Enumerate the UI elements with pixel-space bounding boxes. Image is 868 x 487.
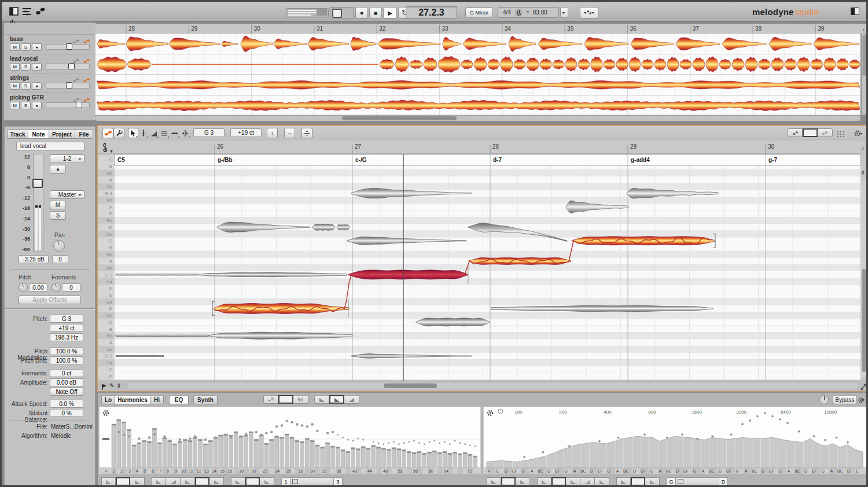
main-tool-button[interactable]	[102, 128, 113, 138]
harmonic-dot[interactable]	[189, 437, 191, 440]
editor-cents-field[interactable]: +19 ct	[230, 128, 262, 137]
harmonic-dot[interactable]	[449, 444, 451, 445]
slope-low-option[interactable]	[314, 395, 329, 404]
tab-lo[interactable]: Lo	[101, 395, 115, 404]
editor-options-gear-icon[interactable]	[854, 129, 865, 138]
playback-flag-icon[interactable]	[101, 382, 107, 393]
tab-project[interactable]: Project	[49, 130, 75, 139]
mini-level-widget[interactable]	[286, 8, 329, 17]
note-blob[interactable]	[116, 356, 164, 357]
harmonic-dot[interactable]	[311, 423, 314, 426]
sound-editor-gear-icon[interactable]	[858, 396, 867, 404]
harmonic-bar[interactable]	[183, 440, 187, 468]
tempo-value[interactable]: 83.00	[533, 9, 547, 16]
harmonics-range-low[interactable]: 1	[281, 477, 290, 486]
note-off-button[interactable]: Note Off	[50, 388, 83, 396]
track-hscroll[interactable]	[95, 116, 860, 121]
slope-mid-option[interactable]	[329, 395, 344, 404]
harmonic-dot[interactable]	[316, 430, 318, 432]
editor-ruler[interactable]	[98, 141, 867, 154]
harmonic-dot[interactable]	[214, 436, 216, 438]
harmonic-bar[interactable]	[346, 452, 350, 468]
track-mute-button[interactable]: M	[10, 102, 20, 109]
eq-dot[interactable]	[643, 433, 646, 436]
harmonics-link-segment-option[interactable]	[231, 477, 245, 486]
track-header[interactable]: bassMS●	[4, 34, 95, 54]
track-record-button[interactable]: ●	[32, 102, 42, 109]
harmonic-bar[interactable]	[366, 448, 370, 468]
note-blob[interactable]	[416, 318, 490, 326]
eq-display-segment-option[interactable]	[516, 477, 530, 486]
harmonic-dot[interactable]	[398, 444, 400, 445]
harmonic-dot[interactable]	[230, 436, 232, 438]
harmonic-dot[interactable]	[326, 432, 329, 434]
edit-tool-button[interactable]	[113, 128, 124, 138]
eq-dot[interactable]	[741, 423, 744, 426]
inspector-value-field[interactable]: G 3	[50, 315, 83, 323]
harmonic-bar[interactable]	[193, 437, 197, 468]
show-blobs-option[interactable]	[788, 128, 803, 137]
pitch-offset-value[interactable]: 0.00	[29, 283, 47, 292]
harmonic-bar[interactable]	[270, 440, 274, 468]
single-view-option[interactable]	[278, 395, 293, 404]
eq-dot[interactable]	[786, 422, 789, 425]
harmonic-bar[interactable]	[326, 442, 330, 468]
note-blob[interactable]	[116, 274, 197, 275]
harmonic-bar[interactable]	[244, 435, 248, 468]
track-name-field[interactable]: lead vocal	[16, 142, 84, 150]
range-slider-handle[interactable]	[678, 479, 683, 484]
harmonic-bar[interactable]	[132, 445, 136, 468]
tab-track[interactable]: Track	[7, 130, 28, 139]
show-gray-blobs-option[interactable]	[818, 128, 833, 137]
harmonic-bar[interactable]	[259, 435, 263, 468]
harmonic-bar[interactable]	[336, 447, 340, 468]
harmonic-dot[interactable]	[270, 431, 273, 433]
key-button[interactable]: G Minor	[465, 8, 493, 17]
harmonic-dot[interactable]	[388, 442, 389, 444]
harmonic-dot[interactable]	[418, 442, 420, 444]
dry-wet-knob-icon[interactable]	[819, 395, 829, 404]
fader-thumb[interactable]	[32, 179, 43, 188]
harmonic-dot[interactable]	[378, 442, 380, 444]
editor-hscroll[interactable]	[128, 383, 858, 389]
harmonic-dot[interactable]	[168, 440, 171, 442]
harmonic-dot[interactable]	[434, 440, 436, 442]
vibrato-tool[interactable]	[159, 128, 170, 138]
time-quantize-macro-button[interactable]: ↔	[284, 128, 295, 138]
harmonic-bar[interactable]	[458, 453, 462, 468]
harmonic-bar[interactable]	[330, 446, 334, 468]
track-volume-thumb[interactable]	[66, 43, 72, 50]
track-record-button[interactable]: ●	[32, 82, 42, 90]
harmonic-bar[interactable]	[239, 436, 243, 468]
harmonic-bar[interactable]	[412, 452, 416, 468]
harmonic-dot[interactable]	[123, 434, 125, 436]
tab-hi[interactable]: Hi	[150, 395, 164, 404]
note-blob[interactable]	[337, 224, 350, 230]
track-volume-slider[interactable]	[46, 102, 90, 108]
harmonic-bar[interactable]	[290, 437, 294, 468]
track-ruler[interactable]	[95, 24, 868, 34]
harmonic-dot[interactable]	[464, 444, 466, 445]
eq-dot[interactable]	[542, 451, 545, 453]
time-display[interactable]: 27.2.3	[406, 6, 457, 19]
formant-offset-value[interactable]: 0	[62, 283, 80, 292]
eq-link-segment-option[interactable]	[631, 477, 645, 486]
ruler-note-icon[interactable]: ♪	[862, 27, 865, 32]
harmonic-dot[interactable]	[475, 445, 476, 447]
scale-snap-icon[interactable]: ♯	[862, 169, 865, 175]
harmonic-bar[interactable]	[122, 422, 126, 468]
note-editor-view-icon[interactable]	[35, 7, 45, 17]
eq-dot[interactable]	[696, 438, 698, 440]
harmonic-dot[interactable]	[265, 432, 267, 434]
harmonics-display-segment-option[interactable]	[116, 477, 130, 486]
inspector-value-field[interactable]: 100.0 %	[50, 356, 83, 364]
harmonic-bar[interactable]	[473, 456, 477, 468]
range-slider-handle[interactable]	[292, 479, 298, 484]
chord-label[interactable]: g-/Bb	[218, 157, 233, 163]
track-mute-button[interactable]: M	[10, 82, 20, 90]
arrow-tool[interactable]	[128, 128, 138, 138]
eq-shape-segment-option[interactable]	[566, 477, 580, 486]
harmonic-dot[interactable]	[290, 421, 293, 423]
harmonic-bar[interactable]	[117, 419, 121, 468]
formant-offset-knob[interactable]	[52, 283, 61, 292]
